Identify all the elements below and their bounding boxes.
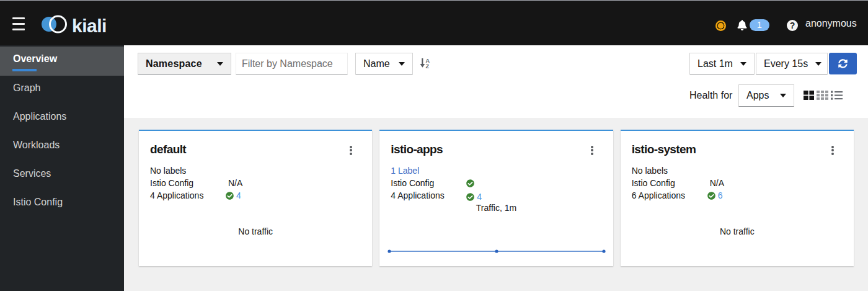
svg-text:Z: Z bbox=[426, 63, 430, 69]
